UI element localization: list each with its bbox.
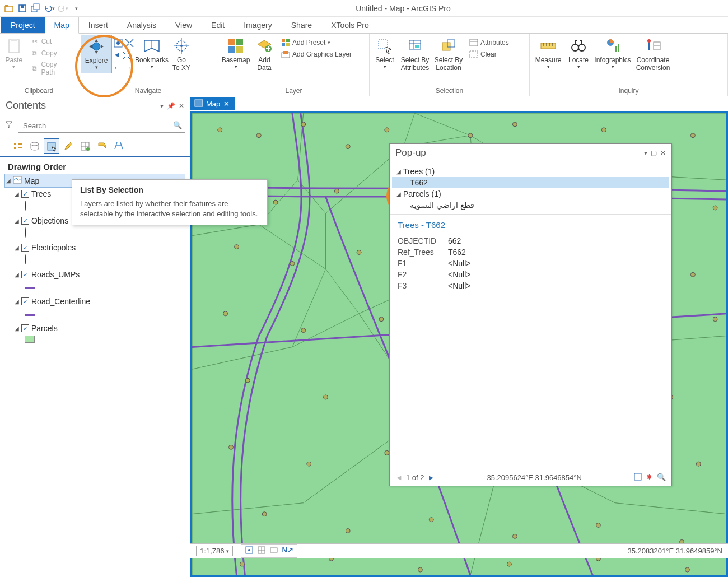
back-arrow-icon[interactable]: ← [113,63,122,73]
toc-layer-roads_umps[interactable]: ◢ ✓ Roads_UMPs [4,268,185,281]
pin-icon[interactable]: 📌 [167,102,175,110]
clear-selection-button[interactable]: Clear [466,49,512,60]
expand-icon[interactable]: ◢ [15,218,19,224]
flash-feature-icon[interactable]: ✸ [646,473,652,482]
select-by-attributes-button[interactable]: Select By Attributes [399,35,431,75]
attributes-button[interactable]: Attributes [466,37,512,48]
cut-button[interactable]: ✂Cut [27,36,76,47]
layer-visibility-checkbox[interactable]: ✓ [21,324,29,332]
tab-insert[interactable]: Insert [79,17,118,33]
list-by-perspective-tab[interactable] [111,138,127,154]
zoom-to-icon[interactable]: 🔍 [657,473,666,482]
svg-point-91 [223,311,228,316]
tab-map[interactable]: Map [45,17,79,34]
add-preset-button[interactable]: Add Preset [278,37,355,48]
expand-icon[interactable]: ◢ [396,169,401,175]
search-icon[interactable]: 🔍 [173,121,182,129]
save-icon[interactable] [17,3,28,14]
popup-tree-parcels[interactable]: ◢ Parcels (1) [392,188,669,199]
prev-record-icon[interactable]: ◄ [395,473,403,482]
expand-icon[interactable]: ◢ [396,191,401,197]
save-all-icon[interactable] [30,3,41,14]
popup-header: Pop-up ▾ ▢ ✕ [390,144,671,162]
filter-icon[interactable] [4,120,15,131]
infographics-button[interactable]: Infographics ▾ [592,35,633,72]
search-input[interactable] [18,119,185,133]
list-by-labeling-tab[interactable] [94,138,110,154]
forward-arrow-icon[interactable]: → [123,63,132,73]
close-tab-icon[interactable]: ✕ [223,100,230,108]
popup-tree-trees[interactable]: ◢ Trees (1) [392,166,669,177]
maximize-icon[interactable]: ▢ [651,149,657,157]
correction-icon[interactable]: N↗ [282,546,293,556]
next-record-icon[interactable]: ► [427,473,435,482]
toc-layer-road_centerline[interactable]: ◢ ✓ Road_Centerline [4,295,185,308]
select-button[interactable]: Select ▾ [372,35,398,72]
expand-icon[interactable]: ◢ [15,299,19,305]
dropdown-icon[interactable]: ▾ [160,102,164,110]
copy-path-button[interactable]: ⧉Copy Path [27,59,76,77]
chevron-down-icon[interactable]: ▾ [226,548,229,554]
close-icon[interactable]: ✕ [179,102,184,110]
go-to-xy-button[interactable]: Go To XY [169,35,194,75]
expand-icon[interactable]: ◢ [15,191,19,197]
expand-icon[interactable]: ◢ [6,178,11,184]
qat-dropdown-icon[interactable]: ▾ [71,3,82,14]
close-icon[interactable]: ✕ [660,149,666,157]
locate-button[interactable]: Locate ▾ [566,35,591,72]
map-view-tab[interactable]: Map ✕ [190,97,235,110]
open-project-icon[interactable] [3,3,15,14]
tab-xtools[interactable]: XTools Pro [321,17,379,33]
svg-point-76 [334,189,339,193]
expand-icon[interactable]: ◢ [15,245,19,251]
tab-share[interactable]: Share [282,17,321,33]
list-by-selection-tab[interactable] [44,138,59,154]
redo-icon[interactable] [57,3,68,14]
select-feature-icon[interactable] [634,473,642,482]
toc-layer-parcels[interactable]: ◢ ✓ Parcels [4,322,185,334]
measure-button[interactable]: Measure ▾ [532,35,564,72]
add-data-button[interactable]: Add Data [252,35,277,75]
fixed-zoom-out-icon[interactable] [122,50,132,62]
layer-symbol [4,336,25,345]
popup-tree-item-parcel[interactable]: قطع اراضي التسوية [392,199,669,211]
popup-tree: ◢ Trees (1) T662 ◢ Parcels (1) قطع اراضي… [390,162,671,215]
list-by-drawing-order-tab[interactable] [10,138,26,154]
expand-icon[interactable]: ◢ [15,325,19,332]
basemap-button[interactable]: Basemap ▾ [221,35,251,72]
bookmarks-button[interactable]: Bookmarks ▾ [136,35,168,72]
layer-visibility-checkbox[interactable]: ✓ [21,297,29,305]
add-graphics-layer-button[interactable]: Add Graphics Layer [278,49,355,60]
tab-imagery[interactable]: Imagery [234,17,282,33]
full-extent-icon[interactable] [113,38,123,50]
layer-visibility-checkbox[interactable]: ✓ [21,217,29,225]
list-by-snapping-tab[interactable] [77,138,93,154]
tab-edit[interactable]: Edit [202,17,234,33]
layer-visibility-checkbox[interactable]: ✓ [21,244,29,252]
constraints-icon[interactable] [269,546,278,556]
dropdown-icon[interactable]: ▾ [644,149,647,157]
tab-analysis[interactable]: Analysis [118,17,166,33]
svg-rect-21 [282,39,285,42]
toc-layer-electricpoles[interactable]: ◢ ✓ Electricpoles [4,241,185,254]
paste-button[interactable]: Paste ▾ [2,35,26,72]
layer-visibility-checkbox[interactable]: ✓ [21,271,29,278]
copy-button[interactable]: ⧉Copy [27,48,76,59]
list-by-editing-tab[interactable] [60,138,76,154]
tab-project[interactable]: Project [1,17,45,33]
fixed-zoom-in-icon[interactable] [124,38,134,50]
snapping-icon[interactable] [245,546,254,556]
prev-extent-icon[interactable]: ◄ [113,50,120,62]
list-by-source-tab[interactable] [27,138,43,154]
scale-input[interactable]: 1:1,786 ▾ [196,546,233,556]
select-by-location-button[interactable]: Select By Location [432,35,465,75]
explore-button[interactable]: Explore ▾ [81,35,112,73]
coordinate-conversion-button[interactable]: Coordinate Conversion [634,35,672,75]
tab-view[interactable]: View [166,17,202,33]
grid-icon[interactable] [257,546,266,556]
undo-icon[interactable] [44,3,55,14]
layer-visibility-checkbox[interactable]: ✓ [21,190,29,198]
svg-rect-45 [615,46,617,52]
popup-tree-item-t662[interactable]: T662 [392,177,669,188]
expand-icon[interactable]: ◢ [15,272,19,278]
